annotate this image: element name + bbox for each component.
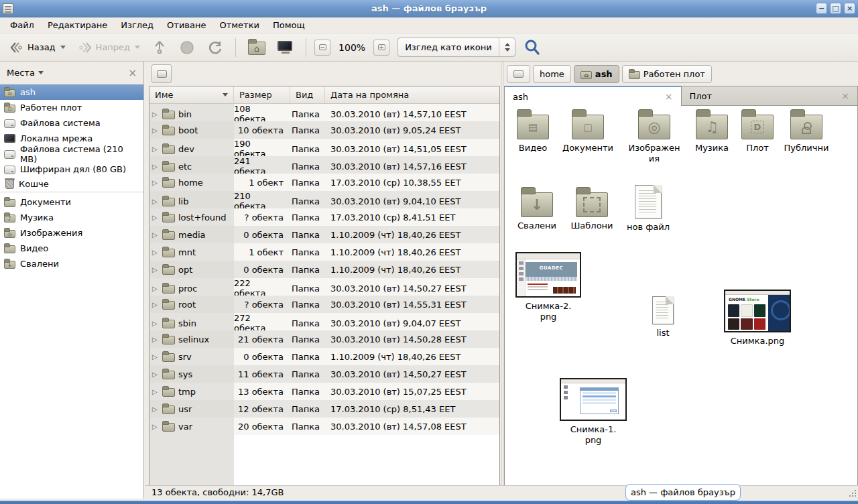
up-button[interactable] xyxy=(148,37,171,58)
tree-root-button[interactable] xyxy=(151,64,172,83)
table-row[interactable]: ▷ media 0 обекта Папка 1.10.2009 (чт) 18… xyxy=(149,226,499,243)
table-row[interactable]: ▷ bin 108 обекта Папка 30.03.2010 (вт) 1… xyxy=(149,104,499,121)
tab-plot[interactable]: Плот × xyxy=(682,86,858,106)
sidebar-chevron-down-icon[interactable] xyxy=(38,71,44,74)
table-row[interactable]: ▷ usr 12 обекта Папка 17.03.2010 (ср) 8,… xyxy=(149,400,499,418)
folder-video[interactable]: ▤ Видео xyxy=(505,107,561,153)
table-row[interactable]: ▷ srv 0 обекта Папка 1.10.2009 (чт) 18,4… xyxy=(149,348,499,365)
expander-icon[interactable]: ▷ xyxy=(152,371,159,378)
sidebar-item[interactable]: Музика xyxy=(0,210,143,225)
expander-icon[interactable]: ▷ xyxy=(152,336,159,343)
expander-icon[interactable]: ▷ xyxy=(152,179,159,186)
menu-view[interactable]: Изглед xyxy=(115,18,160,32)
sidebar-item[interactable]: Изображения xyxy=(0,225,143,241)
column-header-name[interactable]: Име xyxy=(149,86,234,103)
file-snimka[interactable]: GNOME Store Снимка.png xyxy=(723,290,792,346)
tab-ash[interactable]: ash × xyxy=(504,86,682,106)
expander-icon[interactable]: ▷ xyxy=(152,405,159,413)
file-snimka-1[interactable]: Снимка-1. png xyxy=(558,378,628,445)
folder-documents[interactable]: ▢ Документи xyxy=(557,107,619,153)
expander-icon[interactable]: ▷ xyxy=(152,285,159,292)
sidebar-close-icon[interactable]: × xyxy=(128,67,137,79)
file-snimka-2[interactable]: GUADEC Снимка-2. png xyxy=(514,252,583,322)
expander-icon[interactable]: ▷ xyxy=(152,320,159,327)
sidebar-item[interactable]: Свалени xyxy=(0,256,143,271)
expander-icon[interactable]: ▷ xyxy=(152,388,159,395)
expander-icon[interactable]: ▷ xyxy=(152,301,159,308)
folder-downloads[interactable]: ↓ Свалени xyxy=(509,185,565,231)
table-row[interactable]: ▷ mnt 1 обект Папка 1.10.2009 (чт) 18,40… xyxy=(149,243,499,261)
table-row[interactable]: ▷ sys 11 обекта Папка 30.03.2010 (вт) 14… xyxy=(149,365,499,383)
tab-close-icon[interactable]: × xyxy=(665,91,673,102)
pathbar-home-button[interactable]: home xyxy=(533,65,571,83)
file-new-file[interactable]: нов файл xyxy=(620,185,676,233)
sidebar-item[interactable]: Кошче xyxy=(0,177,143,192)
expander-icon[interactable]: ▷ xyxy=(152,163,159,170)
view-mode-select[interactable]: Изглед като икони xyxy=(397,38,515,57)
folder-desktop[interactable]: D Плот xyxy=(733,107,782,153)
table-row[interactable]: ▷ root ? обекта Папка 30.03.2010 (вт) 14… xyxy=(149,296,499,313)
pathbar-ash-button[interactable]: ash xyxy=(574,65,619,83)
pathbar-root-button[interactable] xyxy=(507,65,530,83)
sidebar-item[interactable]: Шифриран дял (80 GB) xyxy=(0,162,143,177)
computer-button[interactable] xyxy=(273,38,298,57)
titlebar[interactable]: ash — файлов браузър − □ × xyxy=(0,0,858,17)
column-header-size[interactable]: Размер xyxy=(234,86,290,103)
folder-templates[interactable]: ▢ Шаблони xyxy=(564,185,620,231)
sidebar-title[interactable]: Места xyxy=(7,68,35,78)
sidebar-item[interactable]: ash xyxy=(0,84,143,100)
forward-button[interactable]: Напред xyxy=(74,39,144,56)
close-button[interactable]: × xyxy=(844,3,855,14)
table-row[interactable]: ▷ proc 222 обекта Папка 30.03.2010 (вт) … xyxy=(149,278,499,296)
stop-button[interactable] xyxy=(175,37,199,58)
table-row[interactable]: ▷ var 20 обекта Папка 30.03.2010 (вт) 14… xyxy=(149,418,499,435)
expander-icon[interactable]: ▷ xyxy=(152,127,159,134)
table-row[interactable]: ▷ home 1 обект Папка 17.03.2010 (ср) 10,… xyxy=(149,174,499,191)
menu-edit[interactable]: Редактиране xyxy=(42,18,113,32)
sidebar-item[interactable]: Работен плот xyxy=(0,100,143,115)
table-row[interactable]: ▷ lost+found ? обекта Папка 17.03.2010 (… xyxy=(149,208,499,226)
icon-view[interactable]: ▤ Видео ▢ Документи ◎ Изображен ия ♫ Муз… xyxy=(504,106,858,488)
expander-icon[interactable]: ▷ xyxy=(152,353,159,361)
sidebar-item[interactable]: Видео xyxy=(0,241,143,256)
table-row[interactable]: ▷ opt 0 обекта Папка 1.10.2009 (чт) 18,4… xyxy=(149,261,499,278)
table-row[interactable]: ▷ tmp 13 обекта Папка 30.03.2010 (вт) 15… xyxy=(149,383,499,400)
sidebar-item[interactable]: Документи xyxy=(0,194,143,210)
column-header-type[interactable]: Вид xyxy=(290,86,325,103)
table-row[interactable]: ▷ lib 210 обекта Папка 30.03.2010 (вт) 9… xyxy=(149,191,499,208)
back-button[interactable]: Назад xyxy=(5,39,70,56)
expander-icon[interactable]: ▷ xyxy=(152,198,159,205)
expander-icon[interactable]: ▷ xyxy=(152,266,159,273)
menu-help[interactable]: Помощ xyxy=(267,18,311,32)
sidebar-item[interactable]: Файлова система xyxy=(0,115,143,131)
sidebar-item[interactable]: Файлова система (210 MB) xyxy=(0,146,143,162)
expander-icon[interactable]: ▷ xyxy=(152,214,159,221)
pathbar-desktop-button[interactable]: Работен плот xyxy=(622,65,712,83)
table-row[interactable]: ▷ selinux 21 обекта Папка 30.03.2010 (вт… xyxy=(149,330,499,348)
forward-history-chevron-icon[interactable] xyxy=(135,46,140,49)
table-row[interactable]: ▷ dev 190 обекта Папка 30.03.2010 (вт) 1… xyxy=(149,139,499,156)
search-button[interactable] xyxy=(519,36,545,59)
expander-icon[interactable]: ▷ xyxy=(152,111,159,118)
maximize-button[interactable]: □ xyxy=(830,3,841,14)
column-header-date[interactable]: Дата на промяна xyxy=(325,86,499,103)
zoom-in-button[interactable]: + xyxy=(373,40,389,56)
menu-bookmarks[interactable]: Отметки xyxy=(213,18,265,32)
expander-icon[interactable]: ▷ xyxy=(152,249,159,256)
view-mode-stepper[interactable] xyxy=(499,38,515,56)
reload-button[interactable] xyxy=(203,37,227,58)
table-row[interactable]: ▷ boot 10 обекта Папка 30.03.2010 (вт) 9… xyxy=(149,121,499,139)
home-button[interactable]: ⌂ xyxy=(244,37,269,58)
expander-icon[interactable]: ▷ xyxy=(152,145,159,153)
table-row[interactable]: ▷ etc 241 обекта Папка 30.03.2010 (вт) 1… xyxy=(149,156,499,174)
back-history-chevron-icon[interactable] xyxy=(60,46,66,49)
table-row[interactable]: ▷ sbin 272 обекта Папка 30.03.2010 (вт) … xyxy=(149,313,499,330)
menu-go[interactable]: Отиване xyxy=(161,18,212,32)
folder-public[interactable]: Публични xyxy=(778,107,835,153)
tab-close-icon[interactable]: × xyxy=(841,90,849,101)
folder-images[interactable]: ◎ Изображен ия xyxy=(623,107,686,164)
expander-icon[interactable]: ▷ xyxy=(152,423,159,430)
menu-file[interactable]: Файл xyxy=(4,18,40,32)
zoom-out-button[interactable]: − xyxy=(314,40,330,56)
resize-grip[interactable] xyxy=(849,489,857,497)
